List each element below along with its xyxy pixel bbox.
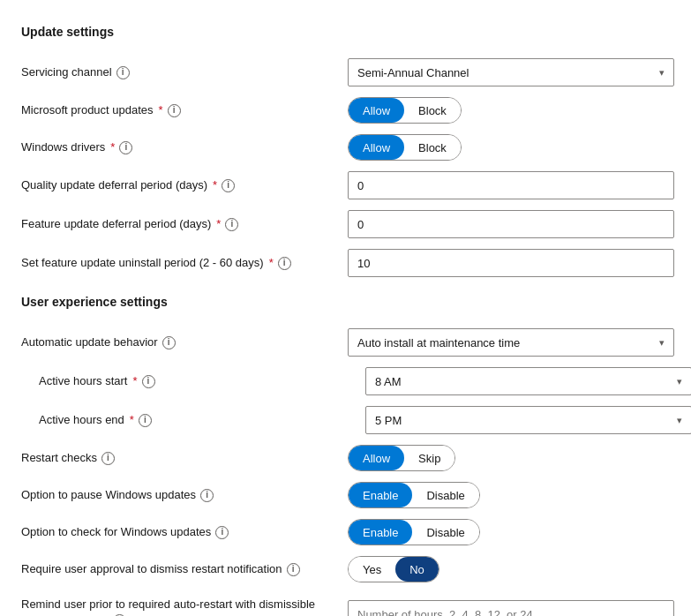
windows-drivers-toggle: Allow Block	[348, 134, 462, 161]
check-windows-updates-info-icon[interactable]: i	[215, 526, 229, 539]
feature-update-uninstall-control	[348, 249, 674, 277]
require-user-approval-yes-button[interactable]: Yes	[349, 557, 395, 582]
active-hours-start-row: Active hours start * i 8 AM ▾	[21, 362, 670, 401]
active-hours-start-label: Active hours start * i	[39, 373, 365, 389]
check-windows-updates-toggle: Enable Disable	[348, 519, 480, 545]
check-windows-updates-control: Enable Disable	[348, 519, 670, 545]
servicing-channel-info-icon[interactable]: i	[116, 66, 130, 79]
automatic-update-behavior-row: Automatic update behavior i Auto install…	[21, 323, 670, 362]
windows-drivers-block-button[interactable]: Block	[404, 135, 461, 160]
require-user-approval-toggle: Yes No	[348, 556, 439, 582]
active-hours-end-control: 5 PM ▾	[365, 406, 691, 434]
remind-dismissible-row: Remind user prior to required auto-resta…	[21, 588, 670, 616]
windows-drivers-row: Windows drivers * i Allow Block	[21, 129, 670, 166]
microsoft-product-updates-block-button[interactable]: Block	[404, 98, 461, 123]
restart-checks-info-icon[interactable]: i	[101, 452, 115, 465]
active-hours-end-label: Active hours end * i	[39, 412, 365, 428]
pause-windows-updates-disable-button[interactable]: Disable	[412, 483, 478, 507]
require-user-approval-info-icon[interactable]: i	[287, 563, 300, 576]
feature-update-deferral-row: Feature update deferral period (days) * …	[21, 205, 670, 244]
remind-dismissible-label: Remind user prior to required auto-resta…	[21, 597, 348, 616]
automatic-update-behavior-dropdown[interactable]: Auto install at maintenance time ▾	[348, 328, 674, 357]
servicing-channel-label: Servicing channel i	[21, 64, 348, 80]
check-windows-updates-label: Option to check for Windows updates i	[21, 524, 348, 540]
servicing-channel-dropdown[interactable]: Semi-Annual Channel ▾	[348, 58, 674, 86]
user-experience-settings-title: User experience settings	[21, 295, 670, 309]
pause-windows-updates-label: Option to pause Windows updates i	[21, 487, 348, 503]
feature-update-deferral-info-icon[interactable]: i	[225, 218, 238, 231]
check-windows-updates-disable-button[interactable]: Disable	[412, 520, 478, 545]
restart-checks-skip-button[interactable]: Skip	[404, 446, 454, 470]
feature-update-deferral-input[interactable]	[348, 210, 674, 238]
remind-dismissible-control	[348, 597, 674, 616]
quality-update-deferral-control	[348, 171, 674, 199]
feature-update-deferral-control	[348, 210, 674, 238]
servicing-channel-chevron-icon: ▾	[659, 67, 665, 79]
automatic-update-behavior-control: Auto install at maintenance time ▾	[348, 328, 674, 357]
check-windows-updates-enable-button[interactable]: Enable	[349, 520, 412, 545]
windows-drivers-control: Allow Block	[348, 134, 670, 161]
active-hours-end-row: Active hours end * i 5 PM ▾	[21, 401, 670, 439]
microsoft-product-updates-control: Allow Block	[348, 97, 670, 124]
active-hours-end-info-icon[interactable]: i	[139, 414, 152, 427]
microsoft-product-updates-row: Microsoft product updates * i Allow Bloc…	[21, 92, 670, 129]
windows-drivers-allow-button[interactable]: Allow	[349, 135, 404, 160]
feature-update-uninstall-row: Set feature update uninstall period (2 -…	[21, 244, 670, 282]
pause-windows-updates-control: Enable Disable	[348, 482, 670, 508]
pause-windows-updates-toggle: Enable Disable	[348, 482, 480, 508]
require-user-approval-control: Yes No	[348, 556, 670, 582]
automatic-update-behavior-chevron-icon: ▾	[659, 337, 665, 349]
check-windows-updates-row: Option to check for Windows updates i En…	[21, 514, 670, 551]
active-hours-start-chevron-icon: ▾	[677, 376, 682, 387]
active-hours-end-chevron-icon: ▾	[677, 415, 682, 426]
quality-update-deferral-input[interactable]	[348, 171, 674, 199]
pause-windows-updates-enable-button[interactable]: Enable	[349, 483, 412, 507]
restart-checks-label: Restart checks i	[21, 450, 348, 466]
servicing-channel-control: Semi-Annual Channel ▾	[348, 58, 674, 86]
update-settings-title: Update settings	[21, 25, 670, 39]
quality-update-deferral-label: Quality update deferral period (days) * …	[21, 177, 348, 193]
restart-checks-allow-button[interactable]: Allow	[349, 446, 404, 470]
require-user-approval-no-button[interactable]: No	[395, 557, 439, 582]
require-user-approval-label: Require user approval to dismiss restart…	[21, 561, 348, 577]
active-hours-start-dropdown[interactable]: 8 AM ▾	[365, 367, 691, 395]
feature-update-uninstall-info-icon[interactable]: i	[278, 257, 291, 270]
feature-update-deferral-label: Feature update deferral period (days) * …	[21, 216, 348, 232]
microsoft-product-updates-info-icon[interactable]: i	[168, 104, 181, 117]
active-hours-start-info-icon[interactable]: i	[142, 375, 155, 388]
feature-update-uninstall-label: Set feature update uninstall period (2 -…	[21, 255, 348, 271]
automatic-update-behavior-info-icon[interactable]: i	[162, 336, 176, 349]
active-hours-start-control: 8 AM ▾	[365, 367, 691, 395]
servicing-channel-row: Servicing channel i Semi-Annual Channel …	[21, 53, 670, 92]
windows-drivers-info-icon[interactable]: i	[119, 141, 132, 154]
windows-drivers-label: Windows drivers * i	[21, 139, 348, 155]
pause-windows-updates-row: Option to pause Windows updates i Enable…	[21, 477, 670, 514]
restart-checks-row: Restart checks i Allow Skip	[21, 439, 670, 477]
feature-update-uninstall-input[interactable]	[348, 249, 674, 277]
require-user-approval-row: Require user approval to dismiss restart…	[21, 551, 670, 588]
microsoft-product-updates-toggle: Allow Block	[348, 97, 462, 124]
active-hours-end-dropdown[interactable]: 5 PM ▾	[365, 406, 691, 434]
quality-update-deferral-info-icon[interactable]: i	[222, 179, 235, 192]
pause-windows-updates-info-icon[interactable]: i	[200, 489, 214, 502]
automatic-update-behavior-label: Automatic update behavior i	[21, 334, 348, 350]
quality-update-deferral-row: Quality update deferral period (days) * …	[21, 166, 670, 205]
remind-dismissible-input[interactable]	[348, 600, 674, 616]
restart-checks-toggle: Allow Skip	[348, 445, 455, 471]
restart-checks-control: Allow Skip	[348, 445, 670, 471]
microsoft-product-updates-allow-button[interactable]: Allow	[349, 98, 404, 123]
microsoft-product-updates-label: Microsoft product updates * i	[21, 102, 348, 118]
